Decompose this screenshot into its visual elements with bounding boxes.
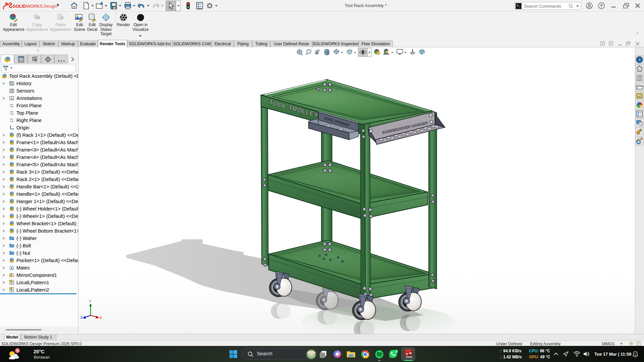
svg-text:3: 3: [395, 350, 397, 353]
svg-text:Design: Design: [44, 4, 56, 9]
svg-text:W: W: [409, 352, 412, 355]
svg-text:z: z: [635, 353, 636, 355]
svg-text:?: ?: [600, 3, 603, 8]
svg-text:2026: 2026: [406, 355, 412, 359]
svg-text:Y: Y: [89, 300, 91, 303]
svg-text:WORKS: WORKS: [26, 4, 43, 9]
svg-text:5: 5: [16, 349, 18, 353]
svg-text:Z: Z: [80, 316, 83, 319]
svg-text:SOLID: SOLID: [13, 4, 26, 9]
svg-text:X: X: [100, 316, 102, 320]
